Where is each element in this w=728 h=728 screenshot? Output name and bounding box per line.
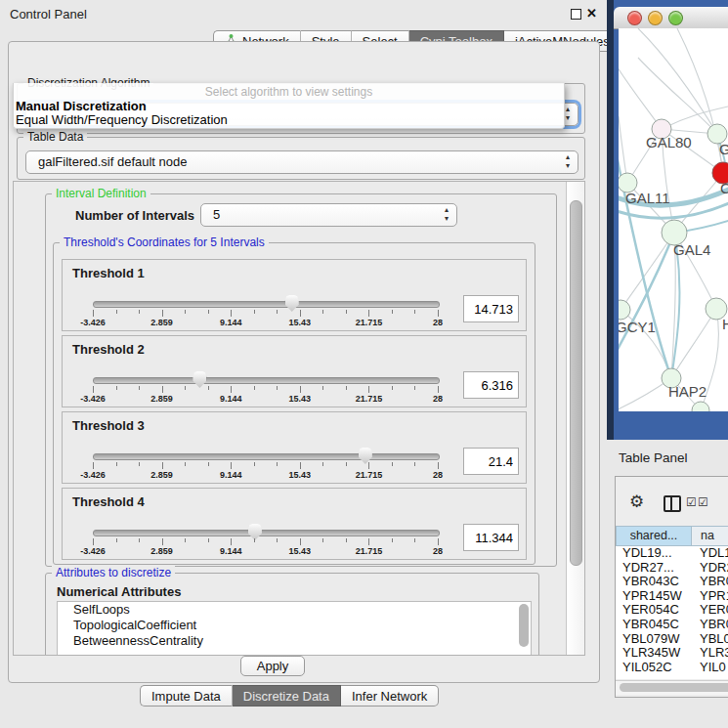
network-canvas[interactable]: GAL80GACGAL11GAL4GCY1HHAP2 bbox=[619, 28, 728, 411]
horizontal-scrollbar-thumb[interactable] bbox=[620, 683, 728, 692]
table-cell[interactable]: YDL19... bbox=[616, 546, 692, 561]
slider-track[interactable] bbox=[93, 301, 440, 308]
vertical-scrollbar[interactable] bbox=[566, 182, 585, 655]
table-cell[interactable]: YDL1 bbox=[692, 546, 728, 561]
threshold-value-field[interactable] bbox=[463, 524, 519, 551]
list-scrollbar-thumb[interactable] bbox=[519, 604, 529, 647]
checkbox-icon[interactable]: ☑ bbox=[698, 495, 708, 509]
threshold-label: Threshold 2 bbox=[72, 342, 145, 357]
table-cell[interactable]: YLR3 bbox=[692, 646, 728, 661]
numerical-attributes-list[interactable]: SelfLoopsTopologicalCoefficientBetweenne… bbox=[57, 601, 532, 656]
table-cell[interactable]: YBR043C bbox=[616, 575, 692, 589]
table-row[interactable]: YDR27...YDR2 bbox=[616, 561, 728, 576]
network-edge bbox=[638, 28, 717, 134]
tab-discretize-data[interactable]: Discretize Data bbox=[233, 685, 341, 707]
table-cell[interactable]: YIL052C bbox=[616, 661, 692, 675]
slider-tick-label: 2.859 bbox=[150, 470, 173, 480]
spinner-arrows-icon[interactable]: ▴▾ bbox=[566, 152, 570, 170]
algorithm-option[interactable]: Manual Discretization bbox=[16, 100, 147, 113]
network-window-titlebar bbox=[614, 7, 728, 29]
numerical-attributes-label: Numerical Attributes bbox=[57, 584, 181, 599]
column-header[interactable]: na bbox=[692, 526, 728, 546]
close-icon[interactable]: ✕ bbox=[586, 6, 597, 21]
table-cell[interactable]: YER0 bbox=[692, 603, 728, 618]
tab-infer-network[interactable]: Infer Network bbox=[341, 685, 439, 707]
attribute-list-item[interactable]: TopologicalCoefficient bbox=[58, 618, 531, 633]
table-row[interactable]: YIL052CYIL0 bbox=[616, 661, 728, 675]
horizontal-scrollbar[interactable] bbox=[616, 680, 728, 695]
threshold-panel: Threshold 3 -3.4262.8599.14415.4321.7152… bbox=[62, 411, 527, 484]
table-cell[interactable]: YBR0 bbox=[692, 618, 728, 632]
tab-label: Impute Data bbox=[151, 686, 221, 707]
threshold-label: Threshold 4 bbox=[72, 494, 145, 509]
table-cell[interactable]: YBL0 bbox=[692, 632, 728, 647]
apply-button[interactable]: Apply bbox=[240, 656, 305, 676]
network-view-window: GAL80GACGAL11GAL4GCY1HHAP2 bbox=[607, 0, 728, 440]
columns-icon[interactable] bbox=[664, 495, 681, 512]
slider-tick-label: 28 bbox=[433, 546, 443, 556]
algorithm-dropdown-popup: Select algorithm to view settings Manual… bbox=[13, 83, 565, 129]
table-row[interactable]: YBR043CYBR0 bbox=[616, 575, 728, 589]
table-row[interactable]: YER054CYER0 bbox=[616, 603, 728, 618]
slider-tick-label: 9.144 bbox=[220, 318, 242, 327]
tab-impute-data[interactable]: Impute Data bbox=[140, 685, 233, 707]
attribute-list-item[interactable]: BetweennessCentrality bbox=[58, 633, 531, 649]
column-header[interactable]: shared... bbox=[616, 526, 692, 546]
slider-track[interactable] bbox=[93, 453, 440, 460]
slider-tick-label: 21.715 bbox=[356, 470, 383, 480]
float-window-icon[interactable] bbox=[571, 9, 581, 20]
table-cell[interactable]: YDR2 bbox=[692, 561, 728, 576]
zoom-traffic-light[interactable] bbox=[668, 11, 683, 25]
algorithm-option[interactable]: Equal Width/Frequency Discretization bbox=[16, 113, 228, 127]
table-panel: ⚙ ☑ ☑ shared...na YDL19...YDL1YDR27...YD… bbox=[615, 476, 728, 698]
table-cell[interactable]: YDR27... bbox=[616, 561, 692, 576]
table-cell[interactable]: YBR045C bbox=[616, 618, 692, 632]
spinner-arrows-icon[interactable]: ▴▾ bbox=[445, 205, 449, 223]
slider-tick-label: 2.859 bbox=[150, 318, 173, 327]
group-title: Attributes to discretize bbox=[52, 566, 175, 579]
threshold-value-field[interactable] bbox=[463, 448, 519, 475]
network-node-label: GAL4 bbox=[673, 241, 710, 258]
number-of-intervals-spinner[interactable]: 5 ▴▾ bbox=[200, 203, 457, 227]
network-node-label: C bbox=[720, 180, 728, 196]
threshold-value-field[interactable] bbox=[463, 295, 519, 322]
table-cell[interactable]: YLR345W bbox=[616, 646, 692, 661]
table-row[interactable]: YLR345WYLR3 bbox=[616, 646, 728, 661]
attribute-list-item[interactable]: SelfLoops bbox=[58, 602, 531, 618]
algorithm-hint: Select algorithm to view settings bbox=[14, 85, 564, 99]
threshold-value-field[interactable] bbox=[463, 371, 519, 399]
vertical-scrollbar-thumb[interactable] bbox=[570, 200, 582, 566]
slider-tick-label: 21.715 bbox=[356, 546, 383, 556]
checkbox-icon[interactable]: ☑ bbox=[686, 495, 697, 509]
table-cell[interactable]: YPR1 bbox=[692, 589, 728, 604]
table-cell[interactable]: YER054C bbox=[616, 603, 692, 618]
network-node-label: GA bbox=[719, 141, 728, 157]
slider-tick-label: 2.859 bbox=[150, 394, 173, 404]
slider-ticks bbox=[93, 462, 438, 470]
slider-ticks bbox=[93, 386, 438, 394]
table-data-combobox[interactable]: galFiltered.sif default node ▴▾ bbox=[25, 150, 578, 174]
control-panel-titlebar: Control Panel ✕ bbox=[0, 0, 606, 27]
table-cell[interactable]: YBL079W bbox=[616, 632, 692, 647]
table-cell[interactable]: YIL0 bbox=[692, 661, 728, 675]
minimize-traffic-light[interactable] bbox=[648, 11, 663, 25]
table-cell[interactable]: YBR0 bbox=[692, 575, 728, 589]
control-panel: Control Panel ✕ NetworkStyleSelectCyni T… bbox=[0, 0, 606, 728]
slider-tick-label: 15.43 bbox=[289, 546, 312, 556]
gear-icon[interactable]: ⚙ bbox=[629, 492, 644, 512]
slider-track[interactable] bbox=[93, 530, 440, 536]
network-edge bbox=[677, 28, 723, 173]
slider-tick-labels: -3.4262.8599.14415.4321.71528 bbox=[93, 546, 438, 556]
table-row[interactable]: YPR145WYPR1 bbox=[616, 589, 728, 604]
network-node-label: GCY1 bbox=[619, 319, 656, 335]
slider-track[interactable] bbox=[93, 377, 440, 384]
table-cell[interactable]: YPR145W bbox=[616, 589, 692, 604]
network-node-label: GAL80 bbox=[646, 134, 692, 150]
spinner-arrows-icon[interactable]: ▴▾ bbox=[566, 105, 570, 122]
table-row[interactable]: YDL19...YDL1 bbox=[616, 546, 728, 561]
table-row[interactable]: YBL079WYBL0 bbox=[616, 632, 728, 647]
screen: Control Panel ✕ NetworkStyleSelectCyni T… bbox=[0, 0, 728, 728]
table-row[interactable]: YBR045CYBR0 bbox=[616, 618, 728, 632]
close-traffic-light[interactable] bbox=[627, 11, 642, 25]
group-title: Interval Definition bbox=[52, 187, 150, 200]
